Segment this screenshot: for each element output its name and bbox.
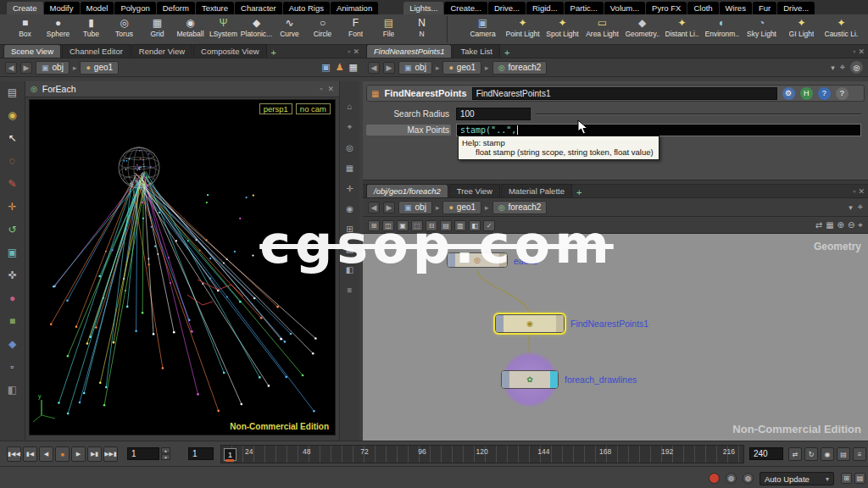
- toolbar-tool-icon[interactable]: ↺: [4, 222, 21, 237]
- shelf-tab[interactable]: Lights...: [403, 2, 443, 14]
- camera-menu-chip[interactable]: no cam: [296, 103, 331, 114]
- node-label-foreach-drawlines[interactable]: foreach_drawlines: [565, 374, 637, 385]
- shelf-tab[interactable]: Create...: [444, 2, 487, 14]
- toolbar-tool-icon[interactable]: ▣: [4, 245, 21, 260]
- new-tab-button[interactable]: +: [501, 47, 513, 58]
- pane-tab-network-path[interactable]: /obj/geo1/foreach2: [366, 184, 448, 197]
- pane-tab-findnearestpoints1[interactable]: FindNearestPoints1: [366, 44, 452, 58]
- viewport-display-icon[interactable]: ⌖: [348, 122, 353, 132]
- shelf-tool[interactable]: ▤ File: [372, 16, 405, 44]
- toolbar-tool-icon[interactable]: ■: [4, 313, 21, 329]
- pin-icon[interactable]: ⌖: [840, 62, 845, 73]
- pane-tab[interactable]: Render View: [131, 44, 192, 58]
- toolbar-tool-icon[interactable]: ↖: [4, 130, 21, 146]
- path-crumb-geo1[interactable]: ● geo1: [442, 201, 481, 214]
- toolbar-tool-icon[interactable]: ◧: [4, 382, 21, 397]
- path-crumb-obj[interactable]: ▣ obj: [398, 201, 432, 214]
- toolbar-tool-icon[interactable]: ◌: [4, 153, 21, 169]
- shelf-tool[interactable]: ✦ Caustic Li...: [821, 16, 861, 44]
- gear-menu-icon[interactable]: ⚙: [782, 87, 795, 100]
- shelf-tab[interactable]: Volum...: [604, 2, 645, 14]
- node-foreach-drawlines[interactable]: ✿: [501, 370, 559, 389]
- toolbar-tool-icon[interactable]: ●: [4, 291, 21, 306]
- search-radius-slider[interactable]: [536, 114, 861, 115]
- cook-indicator-icon[interactable]: ◍: [726, 473, 737, 484]
- new-tab-button[interactable]: +: [268, 47, 280, 58]
- shelf-tab[interactable]: Wires: [720, 2, 752, 14]
- pane-float-icon[interactable]: ▫: [853, 187, 855, 196]
- shelf-tool[interactable]: ○ Circle: [306, 16, 339, 44]
- search-radius-field[interactable]: [456, 108, 531, 120]
- network-badge-icon[interactable]: ▣: [397, 220, 409, 231]
- node-each1[interactable]: ◎: [447, 252, 508, 268]
- toolbar-tool-icon[interactable]: ✛: [4, 199, 21, 214]
- viewport-display-icon[interactable]: ⌂: [347, 102, 352, 111]
- shelf-tab[interactable]: Character: [235, 2, 282, 14]
- shelf-tab[interactable]: Animation: [331, 2, 378, 14]
- path-crumb-geo1[interactable]: ● geo1: [80, 61, 119, 75]
- shelf-tool[interactable]: ∿ Curve: [273, 16, 306, 44]
- pane-float-icon[interactable]: ▫: [853, 47, 855, 56]
- shelf-tab[interactable]: Drive...: [777, 2, 815, 14]
- viewport-display-icon[interactable]: ▤: [346, 245, 353, 254]
- node-input-flag[interactable]: [448, 253, 455, 267]
- network-badge-icon[interactable]: ⊞: [368, 220, 380, 231]
- shelf-tab[interactable]: Partic...: [565, 2, 604, 14]
- nav-back-icon[interactable]: ◀: [368, 62, 380, 74]
- shelf-tool[interactable]: ◐ Environm...: [702, 16, 742, 44]
- viewport-display-icon[interactable]: ◧: [346, 265, 353, 274]
- node-findnearestpoints1[interactable]: ◉: [495, 314, 565, 333]
- shelf-tool[interactable]: ✦ GI Light: [782, 16, 821, 44]
- node-label-each1[interactable]: each1: [514, 256, 538, 266]
- network-badge-icon[interactable]: ⬚: [411, 220, 423, 231]
- network-view-icon[interactable]: ⇄: [815, 220, 822, 230]
- pane-float-icon[interactable]: ▫: [348, 47, 350, 56]
- pane-tab-take-list[interactable]: Take List: [453, 44, 500, 58]
- node-name-field[interactable]: [472, 87, 777, 100]
- shelf-tool[interactable]: ✦ Point Light: [503, 16, 542, 44]
- viewport-layout-icon[interactable]: ▫: [320, 85, 322, 93]
- shelf-tool[interactable]: ◆ Geometry...: [622, 16, 662, 44]
- max-points-expression-field[interactable]: stamp("..",: [456, 124, 861, 136]
- nav-forward-icon[interactable]: ▶: [20, 62, 32, 74]
- pane-tab[interactable]: Composite View: [193, 44, 266, 58]
- node-output-flag[interactable]: [499, 253, 507, 267]
- viewport-display-icon[interactable]: ▦: [346, 164, 353, 173]
- transport-button[interactable]: ▮◀◀: [7, 446, 21, 462]
- new-tab-button[interactable]: +: [573, 187, 585, 197]
- path-crumb-obj[interactable]: ▣ obj: [398, 61, 432, 75]
- shelf-tool[interactable]: ■ Box: [8, 16, 42, 44]
- transport-button[interactable]: ◀: [39, 446, 53, 462]
- nav-forward-icon[interactable]: ▶: [383, 62, 395, 74]
- shelf-tab[interactable]: Pyro FX: [646, 2, 687, 14]
- shelf-tab[interactable]: Drive...: [488, 2, 526, 14]
- playbar-option-icon[interactable]: ◉: [821, 447, 834, 461]
- help-icon[interactable]: ?: [818, 87, 831, 100]
- node-output-flag[interactable]: [556, 315, 564, 332]
- node-label-findnearestpoints1[interactable]: FindNearestPoints1: [570, 319, 648, 329]
- viewport-display-icon[interactable]: ◉: [346, 204, 353, 214]
- toolbar-tool-icon[interactable]: ◉: [4, 108, 21, 123]
- shelf-tab[interactable]: Create: [7, 2, 43, 14]
- link-icon[interactable]: ◎: [850, 61, 863, 74]
- playbar-option-icon[interactable]: ↻: [804, 447, 818, 461]
- path-crumb-geo1[interactable]: ● geo1: [442, 61, 481, 75]
- frame-stepper[interactable]: ▲▼: [161, 447, 170, 460]
- timeline-ruler[interactable]: 24487296120144168192216 1: [220, 445, 744, 463]
- interrupt-icon[interactable]: ⊞: [841, 473, 852, 484]
- shelf-tab[interactable]: Deform: [157, 2, 195, 14]
- network-badge-icon[interactable]: ◧: [469, 220, 481, 231]
- viewport-display-icon[interactable]: ◎: [346, 143, 353, 152]
- network-editor-canvas[interactable]: ◎ each1 ◉ FindNearestPoints1 ✿ foreach_d…: [363, 234, 868, 441]
- shelf-tool[interactable]: Ψ LSystem: [207, 16, 240, 44]
- camera-name-chip[interactable]: persp1: [259, 103, 292, 114]
- viewport-display-icon[interactable]: ⊞: [346, 225, 353, 234]
- shelf-tool[interactable]: ▣ Camera: [463, 16, 503, 44]
- transport-button[interactable]: ■: [55, 446, 70, 462]
- frame-increment-field[interactable]: [188, 447, 214, 460]
- network-badge-icon[interactable]: ⊟: [426, 220, 437, 231]
- path-dropdown-icon[interactable]: ▾: [831, 64, 835, 72]
- viewport-3d-canvas[interactable]: y persp1 no cam Non-Commercial Edition: [29, 99, 336, 435]
- pane-tab[interactable]: Scene View: [3, 44, 61, 58]
- playbar-option-icon[interactable]: ▤: [837, 447, 850, 461]
